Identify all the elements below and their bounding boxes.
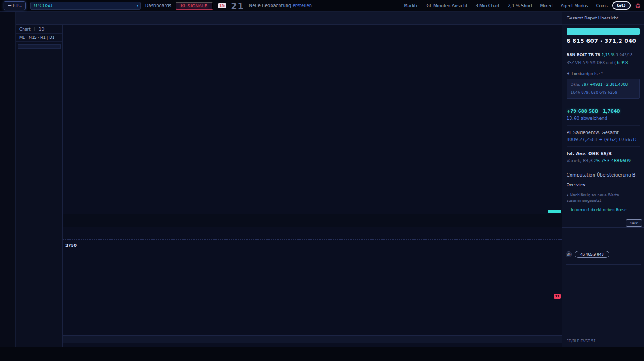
pin-icon[interactable]: ◎ [566,251,572,257]
ivl-key: Vanek, 83,3 [567,158,593,163]
box-row1-key: Okla. [571,82,580,87]
pl-value: 8009 27,2581 + (9-62) 07667D [567,137,640,142]
position-symbol: BSN BOLT TR 78 [567,53,600,57]
main-chart[interactable] [63,25,562,214]
topbar-menu-item-5[interactable]: Agent Modus [561,3,588,8]
chevron-down-icon[interactable]: ▾ [137,4,138,8]
portfolio-total-value: 6 815 607 · 371,2 040 [567,38,640,44]
brand-logo-pill[interactable]: GO [612,1,631,10]
ivl-value: 26 753 4886609 [594,158,631,163]
box-row2-value: 879: 620 649 6269 [581,90,617,95]
interval-subtabs[interactable]: M1 · M15 · H1 | D1 [16,34,62,42]
ivl-label: Ivl. Anz. OHB 65/B [567,151,640,156]
tab-chart[interactable]: Chart [19,27,31,31]
left-icon-rail [0,12,16,347]
computation-label: Computation Übersteigerung B. [567,173,640,177]
position-size: 5 042/18 [616,53,632,57]
time-axis[interactable] [63,214,562,227]
symbol-search: ▾ [30,2,141,10]
alert-link-plain: Neue Beobachtung [249,3,291,8]
pl-label: PL Saldenentw. Gesamt [567,130,640,135]
topbar-menu-item-4[interactable]: Mixed [540,3,553,8]
position2-symbol: BSZ VELA 9 AM OBX [567,61,605,65]
panel-footer-text: FD/BLB DVST 57 [567,339,596,343]
ai-signals-button[interactable]: KI-SIGNALE [176,2,213,10]
overview-section-header[interactable]: Overview [567,183,640,189]
indicator-panel[interactable]: 2750 31 [63,227,562,347]
price-scale-footer-bar [548,210,561,213]
lombard-label[interactable]: H. Lombardpreise ? [567,72,640,76]
position2-value: 6 998 [617,61,628,65]
body: Chart | 1D M1 · M15 · H1 | D1 [0,12,644,347]
symbol-search-input[interactable] [30,2,141,10]
alert-link-accent: erstellen [293,3,312,8]
watchlist [18,44,61,49]
mascot-icon[interactable]: ❂ [635,2,640,9]
indicator-time-axis[interactable] [63,335,562,343]
menu-bar [16,12,562,25]
total-gain-value: +79 688 588 · 1,7040 [567,109,640,114]
indicator-chart-svg [63,227,562,347]
alert-link[interactable]: Neue Beobachtung erstellen [249,3,312,8]
layout-counter: 21 [231,1,244,11]
overview-note: Informiert direkt neben Börse [567,207,640,212]
panel-lower-section: ◎ 46 465,9 843 FD/BLB DVST 57 [562,227,644,347]
location-pill-button[interactable]: 46 465,9 843 [575,251,610,258]
portfolio-panel: Gesamt Depot Übersicht 6 815 607 · 371,2… [562,12,644,347]
topbar-menu-item-1[interactable]: GL Minuten-Ansicht [426,3,467,8]
portfolio-panel-title: Gesamt Depot Übersicht [562,12,644,25]
tab-interval[interactable]: 1D [39,27,45,31]
topbar-menu-item-3[interactable]: 2,1 % Short [508,3,533,8]
topbar-menu-item-0[interactable]: Märkte [404,3,418,8]
topbar-menu-item-2[interactable]: 3 Min Chart [475,3,500,8]
topbar-menu-item-6[interactable]: Coins [596,3,608,8]
lombard-box: Okla. 797 +0981 · 2 381,4008 1846 879: 6… [567,79,640,99]
top-toolbar: ☰ BTC ▾ Dashboards KI-SIGNALE 15 21 Neue… [0,0,644,12]
chart-column: 2750 31 [63,25,562,347]
position2-sep: und ( [606,61,616,65]
topbar-right-menu: MärkteGL Minuten-Ansicht3 Min Chart2,1 %… [404,3,607,8]
watchlist-panel: Chart | 1D M1 · M15 · H1 | D1 [16,25,63,347]
price-scale[interactable] [547,25,562,214]
notification-count-badge[interactable]: 15 [218,3,227,8]
amount-input[interactable] [567,28,640,35]
candlestick-chart-svg [63,25,547,214]
box-row1-value: 797 +0981 · 2 381,4008 [582,82,628,87]
trading-terminal: ☰ BTC ▾ Dashboards KI-SIGNALE 15 21 Neue… [0,0,644,361]
overview-bullet: • Nachlässig an neue Werte zusammengeset… [567,193,640,203]
middle-column: Chart | 1D M1 · M15 · H1 | D1 [16,12,562,347]
bottom-left-list [16,57,62,347]
dashboards-label[interactable]: Dashboards [145,3,171,8]
taskbar [0,347,644,361]
indicator-value-badge: 31 [554,294,561,299]
box-row2-key: 1846 [571,90,580,95]
panel-corner-button[interactable]: 1432 [626,219,642,227]
gain-subtext: 13,60 abweichend [567,116,640,121]
symbol-selector-button[interactable]: ☰ BTC [4,1,26,10]
watchlist-info [16,53,62,57]
position-change: 2,53 % [602,53,615,57]
